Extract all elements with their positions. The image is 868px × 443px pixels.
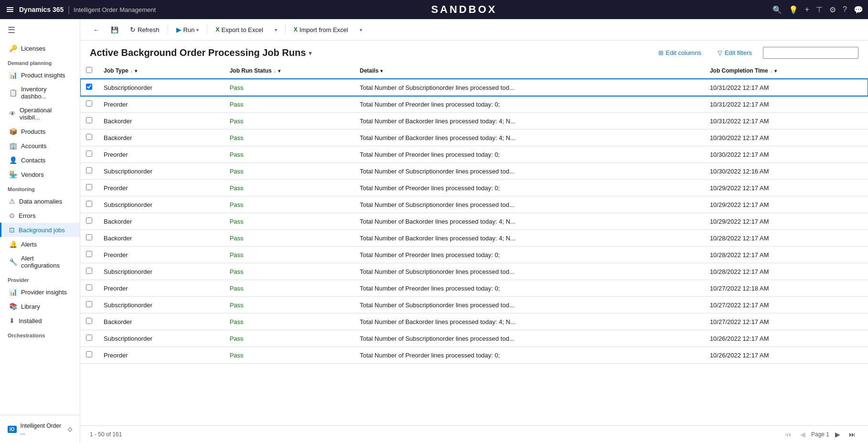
table-row[interactable]: Preorder Pass Total Number of Preorder l… [80,146,868,163]
sidebar-bottom-item[interactable]: IO Intelligent Order ... ◇ [0,419,80,439]
cell-completion-time: 10/29/2022 12:17 AM [704,180,868,196]
sidebar-item-vendors[interactable]: 🏪 Vendors [0,167,80,182]
sidebar-item-alert-configurations[interactable]: 🔧 Alert configurations [0,251,80,272]
export-dropdown-button[interactable]: ▾ [269,24,282,35]
row-checkbox[interactable] [86,284,92,291]
edit-filters-button[interactable]: ▽ Edit filters [712,46,757,59]
table-row[interactable]: Backorder Pass Total Number of Backorder… [80,213,868,230]
sidebar-item-library[interactable]: 📚 Library [0,299,80,313]
help-icon[interactable]: ? [843,5,847,14]
cell-details: Total Number of Backorder lines processe… [354,213,704,230]
row-checkbox[interactable] [86,201,92,207]
next-page-button[interactable]: ▶ [832,430,843,439]
page-header: Active Background Order Processing Job R… [80,41,868,63]
row-checkbox[interactable] [86,335,92,341]
sidebar-toggle[interactable]: ☰ [0,19,80,41]
export-excel-button[interactable]: X Export to Excel [210,23,268,36]
sidebar-item-errors[interactable]: ⊙ Errors [0,208,80,223]
operational-icon: 👁 [9,110,16,118]
table-row[interactable]: Preorder Pass Total Number of Preorder l… [80,280,868,297]
cell-completion-time: 10/27/2022 12:17 AM [704,313,868,330]
edit-filters-icon: ▽ [718,49,722,56]
sidebar-item-data-anomalies[interactable]: ⚠ Data anomalies [0,194,80,208]
brand-name[interactable]: Dynamics 365 [19,6,64,13]
import-excel-button[interactable]: X Import from Excel [289,23,354,36]
import-dropdown-button[interactable]: ▾ [354,24,367,35]
row-checkbox[interactable] [86,184,92,190]
row-checkbox[interactable] [86,117,92,123]
export-icon: X [215,26,219,33]
cell-completion-time: 10/30/2022 12:17 AM [704,130,868,146]
table-row[interactable]: Subscriptionorder Pass Total Number of S… [80,330,868,347]
table-row[interactable]: Subscriptionorder Pass Total Number of S… [80,263,868,280]
row-checkbox[interactable] [86,84,92,90]
table-row[interactable]: Subscriptionorder Pass Total Number of S… [80,196,868,213]
table-row[interactable]: Backorder Pass Total Number of Backorder… [80,113,868,130]
cell-job-type: Backorder [98,230,224,247]
app-name: Intelligent Order Management [74,6,156,13]
sidebar-item-inventory-dashboard[interactable]: 📋 Inventory dashbo... [0,82,80,103]
table-row[interactable]: Preorder Pass Total Number of Preorder l… [80,247,868,263]
edit-columns-button[interactable]: ⊞ Edit columns [653,46,707,59]
back-button[interactable]: ← [88,23,105,36]
sidebar-item-product-insights[interactable]: 📊 Product insights [0,68,80,82]
sidebar-item-products[interactable]: 📦 Products [0,124,80,139]
table-row[interactable]: Subscriptionorder Pass Total Number of S… [80,79,868,96]
row-checkbox[interactable] [86,217,92,224]
row-checkbox[interactable] [86,234,92,240]
table-row[interactable]: Subscriptionorder Pass Total Number of S… [80,297,868,313]
cell-completion-time: 10/30/2022 12:16 AM [704,163,868,180]
sidebar-item-installed[interactable]: ⬇ Installed [0,313,80,328]
lightbulb-icon[interactable]: 💡 [789,5,798,14]
section-label-provider: Provider [0,272,80,285]
last-page-button[interactable]: ⏭ [846,430,858,439]
toolbar-sep-1 [168,25,168,34]
select-all-checkbox[interactable] [86,67,92,73]
table-row[interactable]: Backorder Pass Total Number of Backorder… [80,313,868,330]
cell-completion-time: 10/26/2022 12:17 AM [704,347,868,364]
table-row[interactable]: Backorder Pass Total Number of Backorder… [80,130,868,146]
cell-status: Pass [224,247,354,263]
table-row[interactable]: Backorder Pass Total Number of Backorder… [80,230,868,247]
run-button[interactable]: ▶ Run ▾ [171,23,204,36]
filter-nav-icon[interactable]: ⊤ [816,5,823,14]
sidebar-item-contacts[interactable]: 👤 Contacts [0,153,80,167]
chat-icon[interactable]: 💬 [854,5,863,14]
row-checkbox[interactable] [86,251,92,257]
row-checkbox[interactable] [86,318,92,324]
prev-page-button[interactable]: ◀ [797,430,808,439]
table-row[interactable]: Preorder Pass Total Number of Preorder l… [80,347,868,364]
table-row[interactable]: Preorder Pass Total Number of Preorder l… [80,96,868,113]
sidebar-item-provider-insights[interactable]: 📊 Provider insights [0,285,80,299]
sidebar-item-alerts[interactable]: 🔔 Alerts [0,237,80,251]
row-checkbox[interactable] [86,151,92,157]
refresh-button[interactable]: ↻ Refresh [125,23,165,36]
save-button[interactable]: 💾 [106,23,124,36]
sidebar-item-accounts[interactable]: 🏢 Accounts [0,139,80,153]
cell-status: Pass [224,146,354,163]
cell-details: Total Number of Subscriptionorder lines … [354,330,704,347]
sidebar-item-background-jobs[interactable]: ⊡ Background jobs [0,223,80,237]
search-input[interactable] [763,47,858,59]
row-checkbox[interactable] [86,167,92,173]
settings-icon[interactable]: ⚙ [829,5,836,14]
cell-details: Total Number of Preorder lines processed… [354,280,704,297]
anomalies-icon: ⚠ [9,197,15,205]
row-checkbox[interactable] [86,100,92,107]
page-title-chevron[interactable]: ▾ [309,49,312,57]
search-icon[interactable]: 🔍 [772,5,782,14]
row-checkbox[interactable] [86,351,92,357]
row-checkbox[interactable] [86,134,92,140]
add-icon[interactable]: + [805,5,809,14]
row-checkbox[interactable] [86,301,92,307]
import-label: Import from Excel [300,26,348,33]
table-row[interactable]: Subscriptionorder Pass Total Number of S… [80,163,868,180]
sidebar-label: Contacts [21,157,45,164]
sidebar-item-licenses[interactable]: 🔑 Licenses [0,41,80,55]
row-checkbox[interactable] [86,268,92,274]
sidebar-item-operational-visibility[interactable]: 👁 Operational visibil... [0,103,80,124]
first-page-button[interactable]: ⏮ [782,430,794,439]
table-row[interactable]: Preorder Pass Total Number of Preorder l… [80,180,868,196]
waffle-menu[interactable] [5,5,15,14]
cell-details: Total Number of Preorder lines processed… [354,96,704,113]
